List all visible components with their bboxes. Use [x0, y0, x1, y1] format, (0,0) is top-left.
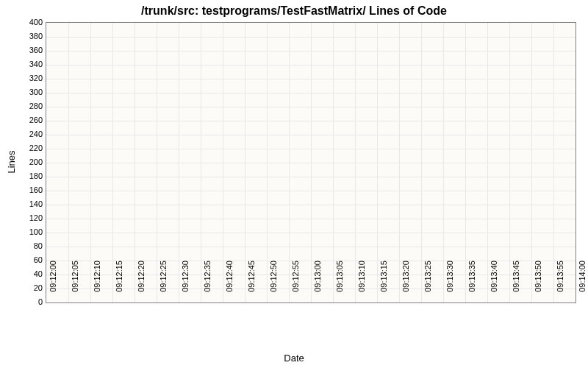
- x-tick-label: 09:12:20: [137, 261, 146, 305]
- grid-line-v: [223, 23, 223, 302]
- chart-title: /trunk/src: testprograms/TestFastMatrix/…: [0, 4, 588, 18]
- y-tick-label: 120: [6, 213, 43, 222]
- x-tick-label: 09:14:00: [578, 261, 587, 305]
- grid-line-v: [112, 23, 113, 302]
- grid-line-v: [311, 23, 312, 302]
- grid-line-v: [553, 23, 554, 302]
- grid-line-v: [509, 23, 510, 302]
- grid-line-v: [355, 23, 356, 302]
- x-tick-label: 09:12:30: [181, 261, 190, 305]
- x-tick-label: 09:12:55: [291, 261, 300, 305]
- y-tick-label: 160: [6, 185, 43, 194]
- grid-line-v: [68, 23, 69, 302]
- y-tick-label: 300: [6, 88, 43, 96]
- grid-line-v: [333, 23, 334, 302]
- grid-line-v: [157, 23, 157, 302]
- x-tick-label: 09:12:25: [159, 261, 168, 305]
- x-tick-label: 09:12:00: [49, 261, 57, 305]
- x-tick-label: 09:13:35: [467, 261, 476, 305]
- x-tick-label: 09:12:35: [203, 261, 212, 305]
- x-tick-label: 09:13:55: [556, 261, 564, 305]
- x-axis-label: Date: [0, 353, 588, 364]
- x-tick-label: 09:12:50: [269, 261, 278, 305]
- x-tick-label: 09:12:15: [115, 261, 123, 305]
- y-tick-label: 0: [6, 297, 43, 306]
- x-tick-label: 09:13:45: [512, 261, 520, 305]
- y-tick-label: 20: [6, 283, 43, 292]
- loc-chart: /trunk/src: testprograms/TestFastMatrix/…: [0, 0, 588, 368]
- y-tick-label: 60: [6, 255, 43, 264]
- grid-line-v: [179, 23, 179, 302]
- grid-line-v: [531, 23, 532, 302]
- x-tick-label: 09:13:20: [401, 261, 410, 305]
- y-tick-label: 380: [6, 32, 43, 40]
- y-tick-label: 260: [6, 116, 43, 124]
- y-tick-label: 340: [6, 60, 43, 68]
- x-tick-label: 09:13:15: [379, 261, 388, 305]
- y-tick-label: 100: [6, 227, 43, 236]
- grid-line-v: [267, 23, 268, 302]
- grid-line-v: [289, 23, 290, 302]
- x-tick-label: 09:12:05: [71, 261, 79, 305]
- grid-line-v: [135, 23, 135, 302]
- y-tick-label: 320: [6, 74, 43, 82]
- y-tick-label: 280: [6, 102, 43, 110]
- y-tick-label: 140: [6, 199, 43, 208]
- grid-line-v: [443, 23, 444, 302]
- x-tick-label: 09:13:30: [445, 261, 454, 305]
- x-tick-label: 09:13:00: [313, 261, 322, 305]
- grid-line-v: [399, 23, 400, 302]
- y-tick-label: 360: [6, 46, 43, 54]
- x-tick-label: 09:12:40: [225, 261, 234, 305]
- x-tick-label: 09:13:05: [335, 261, 344, 305]
- x-tick-label: 09:13:25: [423, 261, 432, 305]
- x-tick-label: 09:12:10: [93, 261, 101, 305]
- y-tick-label: 400: [6, 18, 43, 26]
- y-tick-label: 240: [6, 130, 43, 138]
- x-tick-label: 09:13:40: [490, 261, 498, 305]
- y-tick-label: 40: [6, 269, 43, 278]
- grid-line-v: [90, 23, 91, 302]
- x-tick-label: 09:12:45: [247, 261, 256, 305]
- x-tick-label: 09:13:50: [534, 261, 542, 305]
- grid-line-v: [421, 23, 422, 302]
- grid-line-v: [465, 23, 466, 302]
- y-axis-label: Lines: [6, 150, 17, 173]
- x-tick-label: 09:13:10: [357, 261, 366, 305]
- grid-line-v: [487, 23, 488, 302]
- y-tick-label: 80: [6, 241, 43, 250]
- grid-line-v: [245, 23, 245, 302]
- grid-line-v: [377, 23, 378, 302]
- grid-line-v: [201, 23, 201, 302]
